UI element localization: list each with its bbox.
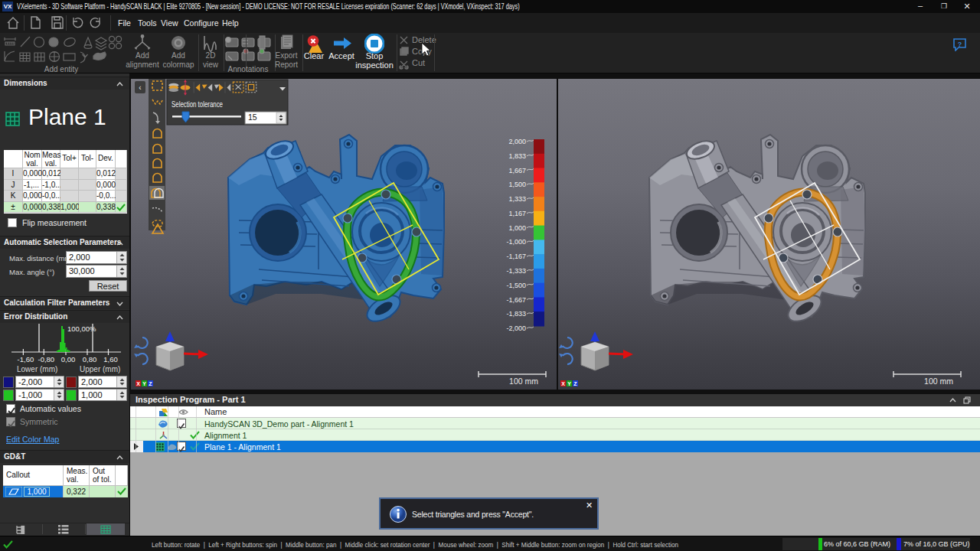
svg-text:1,500: 1,500 bbox=[508, 181, 526, 188]
svg-text:-1,833: -1,833 bbox=[506, 310, 526, 318]
svg-text:X: X bbox=[136, 381, 140, 386]
svg-text:-2,000: -2,000 bbox=[506, 324, 526, 332]
svg-text:-1,60: -1,60 bbox=[18, 355, 34, 364]
svg-text:Z: Z bbox=[149, 381, 152, 386]
svg-text:100,00%: 100,00% bbox=[67, 324, 96, 333]
svg-text:-1,000: -1,000 bbox=[506, 238, 526, 246]
svg-text:0,80: 0,80 bbox=[83, 355, 97, 364]
svg-text:100 mm: 100 mm bbox=[509, 377, 538, 386]
svg-text:1,833: 1,833 bbox=[508, 152, 526, 160]
svg-text:1,667: 1,667 bbox=[508, 167, 526, 174]
svg-text:-1,333: -1,333 bbox=[506, 267, 526, 275]
svg-text:1,60: 1,60 bbox=[103, 355, 118, 364]
svg-text:-1,500: -1,500 bbox=[506, 282, 526, 289]
svg-text:‹: ‹ bbox=[139, 83, 141, 92]
svg-text:1,000: 1,000 bbox=[508, 224, 526, 232]
svg-text:Y: Y bbox=[567, 381, 571, 386]
svg-text:-1,667: -1,667 bbox=[506, 296, 526, 304]
svg-text:-1,167: -1,167 bbox=[506, 253, 526, 260]
svg-text:-0,80: -0,80 bbox=[38, 355, 54, 364]
svg-text:Z: Z bbox=[573, 381, 577, 386]
svg-text:100 mm: 100 mm bbox=[924, 377, 953, 386]
svg-text:X: X bbox=[561, 381, 565, 386]
svg-text:15: 15 bbox=[248, 112, 257, 122]
svg-text:Y: Y bbox=[142, 381, 146, 386]
svg-text:Selection tolerance: Selection tolerance bbox=[172, 100, 223, 109]
svg-text:0,00: 0,00 bbox=[61, 355, 76, 364]
svg-text:1,167: 1,167 bbox=[508, 210, 526, 217]
svg-text:2,000: 2,000 bbox=[508, 138, 526, 145]
svg-text:?: ? bbox=[958, 41, 962, 48]
svg-text:1,333: 1,333 bbox=[508, 195, 526, 203]
